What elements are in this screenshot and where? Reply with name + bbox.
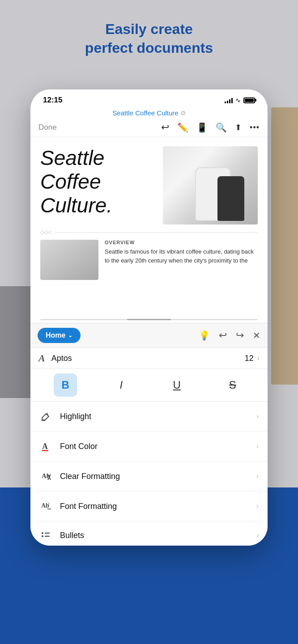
signal-bar-1 <box>225 102 226 103</box>
bullets-menu-item[interactable]: Bullets › <box>30 521 268 546</box>
overview-heading: OVERVIEW <box>105 240 258 245</box>
font-color-menu-item[interactable]: A Font Color › <box>30 432 268 462</box>
toolbar-icons-group: ↩ ✏️ 📱 🔍 ⬆ ••• <box>161 122 260 133</box>
done-button[interactable]: Done <box>38 123 57 132</box>
undo-button[interactable]: ↩ <box>161 122 169 133</box>
cloud-sync-icon: ⊙ <box>181 110 186 116</box>
redo-format-button[interactable]: ↪ <box>236 330 244 341</box>
bullets-chevron-icon: › <box>256 531 259 539</box>
clear-formatting-menu-item[interactable]: Ab Clear Formatting › <box>30 462 268 491</box>
background-stone-left <box>0 286 31 398</box>
document-content: SeattleCoffeeCulture. ◇◇○ OVERVIEW Seatt… <box>30 137 268 316</box>
clear-formatting-icon: Ab <box>39 470 53 483</box>
font-size-label: 12 <box>245 354 254 363</box>
document-title-text: Seattle Coffee Culture <box>112 109 178 117</box>
font-formatting-label: Font Formatting <box>60 502 256 511</box>
svg-point-11 <box>42 535 43 537</box>
clear-formatting-chevron-icon: › <box>256 472 259 480</box>
home-tab-chevron-icon: ⌄ <box>68 332 72 339</box>
coffee-cups-image <box>40 240 98 280</box>
signal-bar-2 <box>227 101 228 103</box>
font-formatting-chevron-icon: › <box>256 502 259 510</box>
font-selector-row[interactable]: A Aptos 12 › <box>30 348 268 369</box>
coffee-image-top <box>163 146 258 225</box>
scroll-thumb <box>127 319 170 320</box>
signal-bars-icon <box>225 97 233 103</box>
font-formatting-menu-item[interactable]: Ab 2 Font Formatting › <box>30 491 268 521</box>
battery-icon <box>243 97 255 103</box>
phone-shell: 12:15 ∿ Seattle Coffee Culture ⊙ <box>30 89 268 546</box>
document-overview-row: OVERVIEW Seattle is famous for its vibra… <box>40 240 258 284</box>
font-color-chevron-icon: › <box>256 442 259 450</box>
overview-text: Seattle is famous for its vibrant coffee… <box>105 247 258 265</box>
strikethrough-label: S <box>229 379 236 391</box>
document-separator: ◇◇○ <box>40 229 258 235</box>
scroll-indicator <box>40 319 258 320</box>
separator-line <box>55 232 258 233</box>
bullets-icon <box>39 529 53 542</box>
tab-row: Home ⌄ 💡 ↩ ↪ ✕ <box>30 323 268 348</box>
status-icons: ∿ <box>225 97 255 104</box>
document-title[interactable]: Seattle Coffee Culture ⊙ <box>112 109 185 117</box>
svg-text:A: A <box>42 442 48 451</box>
signal-bar-4 <box>231 98 233 103</box>
overview-section: OVERVIEW Seattle is famous for its vibra… <box>105 240 258 280</box>
phone-view-button[interactable]: 📱 <box>196 122 208 133</box>
home-tab[interactable]: Home ⌄ <box>38 328 81 343</box>
pencil-edit-button[interactable]: ✏️ <box>177 122 188 133</box>
highlight-icon <box>39 410 53 423</box>
bold-button[interactable]: B <box>54 373 77 397</box>
italic-label: I <box>119 379 123 391</box>
highlight-menu-item[interactable]: Highlight › <box>30 402 268 432</box>
battery-fill <box>245 99 254 102</box>
font-color-label: Font Color <box>60 442 256 451</box>
lightbulb-icon[interactable]: 💡 <box>199 330 210 341</box>
close-format-toolbar-button[interactable]: ✕ <box>253 330 260 341</box>
status-time: 12:15 <box>43 96 62 105</box>
wifi-icon: ∿ <box>235 97 241 104</box>
format-toolbar: Home ⌄ 💡 ↩ ↪ ✕ A Aptos 12 › <box>30 323 268 546</box>
svg-rect-0 <box>42 419 45 420</box>
share-button[interactable]: ⬆ <box>235 123 242 132</box>
background-stone-right <box>271 107 298 385</box>
svg-rect-2 <box>42 450 48 451</box>
coffee-machine-dark <box>217 176 244 221</box>
underline-button[interactable]: U <box>165 373 188 397</box>
strikethrough-button[interactable]: S <box>221 373 244 397</box>
bullets-label: Bullets <box>60 531 256 540</box>
page-headline: Easily create perfect documents <box>0 20 298 57</box>
status-bar: 12:15 ∿ <box>30 89 268 107</box>
italic-button[interactable]: I <box>110 373 133 397</box>
highlight-chevron-icon: › <box>256 412 259 420</box>
document-title-display: SeattleCoffeeCulture. <box>40 146 158 217</box>
font-color-icon: A <box>39 440 53 453</box>
more-options-button[interactable]: ••• <box>250 123 260 132</box>
svg-point-9 <box>42 532 43 534</box>
main-toolbar: Done ↩ ✏️ 📱 🔍 ⬆ ••• <box>30 118 268 137</box>
signal-bar-3 <box>229 99 230 103</box>
text-style-buttons-row: B I U S <box>30 369 268 402</box>
toolbar-action-icons: 💡 ↩ ↪ ✕ <box>199 330 260 341</box>
search-button[interactable]: 🔍 <box>216 122 227 133</box>
svg-text:2: 2 <box>47 502 50 506</box>
font-name-label: Aptos <box>51 354 245 363</box>
home-tab-label: Home <box>46 331 65 339</box>
separator-shapes: ◇◇○ <box>40 229 51 235</box>
document-title-bar: Seattle Coffee Culture ⊙ <box>30 107 268 118</box>
bold-label: B <box>62 379 69 391</box>
undo-format-button[interactable]: ↩ <box>219 330 227 341</box>
highlight-label: Highlight <box>60 412 256 421</box>
font-formatting-icon: Ab 2 <box>39 500 53 513</box>
font-style-icon: A <box>38 352 45 364</box>
font-chevron-icon: › <box>257 354 260 362</box>
underline-label: U <box>173 379 181 391</box>
clear-formatting-label: Clear Formatting <box>60 472 256 481</box>
